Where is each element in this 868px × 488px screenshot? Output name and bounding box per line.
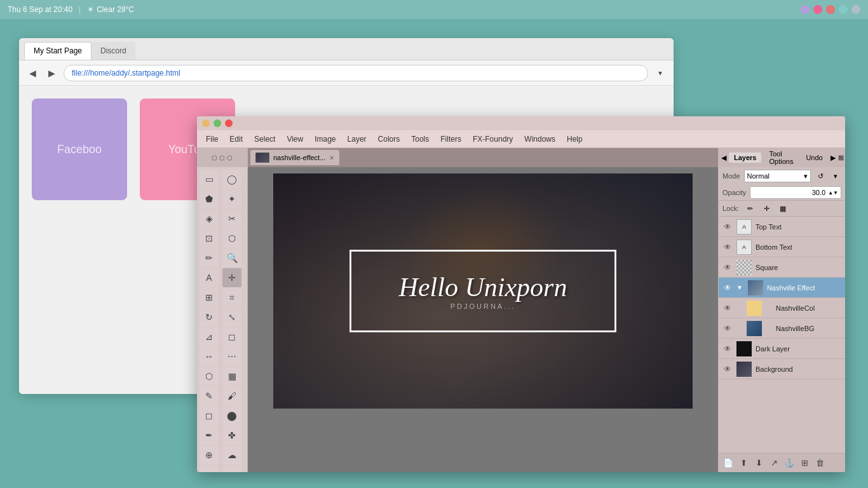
tool-fuzzy-select[interactable]: ✦: [222, 189, 241, 208]
opacity-input[interactable]: 30.0 ▲▼: [750, 186, 841, 199]
image-tab-close[interactable]: ✕: [329, 154, 334, 161]
delete-layer-btn[interactable]: 🗑: [813, 456, 827, 470]
lock-pixels-icon[interactable]: ✏: [744, 203, 756, 214]
tool-crop[interactable]: ⌗: [222, 288, 241, 307]
url-dropdown[interactable]: ▾: [653, 66, 667, 80]
tool-blend[interactable]: ▦: [222, 367, 241, 386]
layers-nav-next[interactable]: ▶: [831, 152, 836, 163]
layer-item[interactable]: 👁 Square: [719, 257, 845, 278]
gimp-maximize-btn[interactable]: [214, 119, 221, 127]
tool-scale[interactable]: ⤡: [222, 308, 241, 327]
gimp-minimize-btn[interactable]: [202, 119, 210, 127]
mode-select[interactable]: Normal ▾: [744, 170, 811, 182]
back-button[interactable]: ◀: [25, 66, 39, 80]
taskbar-dot-4[interactable]: [839, 5, 848, 14]
layer-item[interactable]: 👁 ▼ Nashville Effect: [719, 278, 845, 298]
image-tab[interactable]: nashville-effect... ✕: [250, 150, 339, 165]
layers-expand[interactable]: ⊞: [838, 152, 844, 163]
tool-foreground-select[interactable]: ⊡: [200, 229, 219, 248]
tool-smudge[interactable]: ☁: [222, 445, 241, 464]
tool-pencil[interactable]: ✎: [200, 386, 219, 405]
menu-edit[interactable]: Edit: [224, 133, 248, 145]
tool-warp-transform[interactable]: ⋯: [222, 347, 241, 366]
tool-rotate[interactable]: ↻: [200, 308, 219, 327]
menu-fx-foundry[interactable]: FX-Foundry: [468, 133, 518, 145]
layer-item[interactable]: 👁 Dark Layer: [719, 339, 845, 359]
layer-visibility-toggle[interactable]: 👁: [722, 344, 733, 354]
tool-align[interactable]: ⊞: [200, 288, 219, 307]
layer-visibility-toggle[interactable]: 👁: [722, 364, 733, 374]
tab-tool-options[interactable]: Tool Options: [764, 149, 798, 166]
layer-item[interactable]: 👁 NashvilleBG: [719, 318, 845, 339]
layer-item[interactable]: 👁 Background: [719, 359, 845, 379]
lock-alpha-icon[interactable]: ▦: [777, 203, 789, 214]
tool-free-select[interactable]: ⬟: [200, 189, 219, 208]
taskbar-dot-1[interactable]: [801, 5, 810, 14]
facebook-card[interactable]: Faceboo: [32, 98, 127, 200]
browser-tab-startpage[interactable]: My Start Page: [24, 42, 92, 60]
layer-collapse-icon[interactable]: ▼: [736, 284, 743, 291]
lock-position-icon[interactable]: ✛: [761, 203, 772, 214]
layer-visibility-toggle[interactable]: 👁: [722, 222, 733, 232]
tool-eraser[interactable]: ◻: [200, 406, 219, 425]
duplicate-layer-btn[interactable]: ↗: [767, 456, 781, 470]
opacity-spinner[interactable]: ▲▼: [828, 190, 838, 196]
layer-visibility-toggle[interactable]: 👁: [722, 303, 733, 313]
menu-filters[interactable]: Filters: [435, 133, 466, 145]
tool-move[interactable]: ✛: [222, 268, 241, 287]
tool-perspective[interactable]: ◻: [222, 327, 241, 346]
tool-paths[interactable]: ⬡: [222, 229, 241, 248]
taskbar-dot-2[interactable]: [813, 5, 822, 14]
tab-layers[interactable]: Layers: [729, 152, 761, 163]
menu-windows[interactable]: Windows: [519, 133, 560, 145]
taskbar-dot-3[interactable]: [826, 5, 835, 14]
refresh-button-2[interactable]: ▾: [830, 170, 841, 182]
tool-paintbrush[interactable]: 🖌: [222, 386, 241, 405]
tool-zoom[interactable]: 🔍: [222, 248, 241, 268]
url-bar[interactable]: [64, 65, 648, 81]
new-layer-btn[interactable]: 📄: [721, 456, 735, 470]
layers-nav-prev[interactable]: ◀: [721, 152, 726, 163]
raise-layer-btn[interactable]: ⬆: [736, 456, 750, 470]
tool-color-select[interactable]: ◈: [200, 209, 219, 228]
tab-undo[interactable]: Undo: [801, 152, 827, 163]
tool-paint[interactable]: ✏: [200, 248, 219, 268]
tool-heal[interactable]: ✤: [222, 426, 241, 445]
menu-tools[interactable]: Tools: [406, 133, 434, 145]
gimp-canvas[interactable]: Hello Unixporn PDJourna...: [248, 167, 718, 472]
lower-layer-btn[interactable]: ⬇: [752, 456, 766, 470]
tool-ellipse-select[interactable]: ◯: [222, 170, 241, 189]
tool-bucket-fill[interactable]: ⬡: [200, 367, 219, 386]
forward-button[interactable]: ▶: [44, 66, 58, 80]
tool-desaturate[interactable]: ◌: [222, 465, 241, 472]
browser-tab-discord[interactable]: Discord: [92, 42, 135, 60]
tool-dodge-burn[interactable]: ◑: [200, 465, 219, 472]
taskbar-dot-5[interactable]: [851, 5, 860, 14]
layer-visibility-toggle[interactable]: 👁: [722, 283, 733, 293]
menu-file[interactable]: File: [201, 133, 223, 145]
anchor-layer-btn[interactable]: ⚓: [782, 456, 796, 470]
refresh-button[interactable]: ↺: [815, 170, 826, 182]
tool-airbrush[interactable]: ⬤: [222, 406, 241, 425]
layer-visibility-toggle[interactable]: 👁: [722, 242, 733, 252]
menu-layer[interactable]: Layer: [342, 133, 372, 145]
layer-item[interactable]: 👁 A Bottom Text: [719, 237, 845, 257]
tool-rect-select[interactable]: ▭: [200, 170, 219, 189]
merge-layers-btn[interactable]: ⊞: [797, 456, 811, 470]
tool-flip[interactable]: ↔: [200, 347, 219, 366]
tool-ink[interactable]: ✒: [200, 426, 219, 445]
gimp-close-btn[interactable]: [225, 119, 233, 127]
tool-text[interactable]: A: [200, 268, 219, 287]
menu-image[interactable]: Image: [309, 133, 341, 145]
menu-select[interactable]: Select: [249, 133, 280, 145]
menu-view[interactable]: View: [281, 133, 308, 145]
layer-item[interactable]: 👁 NashvilleCol: [719, 298, 845, 318]
layer-visibility-toggle[interactable]: 👁: [722, 262, 733, 273]
tool-shear[interactable]: ⊿: [200, 327, 219, 346]
menu-colors[interactable]: Colors: [373, 133, 405, 145]
menu-help[interactable]: Help: [562, 133, 588, 145]
tool-scissors[interactable]: ✂: [222, 209, 241, 228]
layer-visibility-toggle[interactable]: 👁: [722, 323, 733, 334]
layer-item[interactable]: 👁 A Top Text: [719, 217, 845, 237]
tool-clone[interactable]: ⊕: [200, 445, 219, 464]
